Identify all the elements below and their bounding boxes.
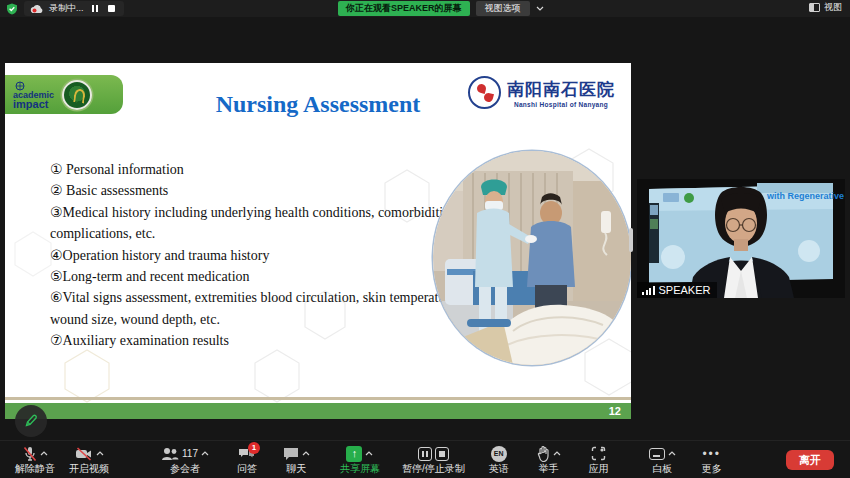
chevron-up-icon[interactable]: [302, 451, 310, 456]
language-interpretation-button[interactable]: EN 英语: [482, 441, 516, 478]
share-screen-icon: ↑: [346, 446, 362, 462]
language-label: 英语: [489, 464, 509, 474]
pencil-icon: [23, 413, 39, 429]
page-number: 12: [609, 405, 621, 417]
apps-icon: [591, 446, 606, 461]
chevron-down-icon[interactable]: [536, 6, 544, 11]
stop-recording-button[interactable]: [106, 3, 118, 15]
participants-label: 参会者: [170, 464, 200, 474]
start-video-label: 开启视频: [69, 464, 109, 474]
meeting-window: 录制中... 你正在观看SPEAKER的屏幕 视图选项 视图: [0, 0, 850, 478]
hospital-emblem-icon: [468, 76, 501, 109]
speaker-name-badge: SPEAKER: [637, 282, 717, 298]
whiteboard-icon: [649, 448, 665, 460]
chevron-up-icon[interactable]: [553, 451, 561, 456]
start-video-button[interactable]: 开启视频: [62, 441, 116, 478]
share-screen-button[interactable]: ↑ 共享屏幕: [333, 441, 387, 478]
view-options-button[interactable]: 视图选项: [476, 1, 530, 16]
cloud-recording-icon: [30, 4, 44, 14]
view-label: 视图: [824, 1, 842, 14]
qa-label: 问答: [237, 464, 257, 474]
chevron-up-icon[interactable]: [668, 451, 676, 456]
slide-footer-bar: 12: [5, 403, 631, 419]
screen-caption-text: with Regenerative: [766, 191, 844, 201]
chat-button[interactable]: 聊天: [276, 441, 317, 478]
camera-off-icon: [75, 447, 93, 461]
slide-body-line: ① Personal information: [50, 159, 450, 180]
more-label: 更多: [702, 464, 722, 474]
whiteboard-button[interactable]: 白板: [642, 441, 683, 478]
raise-hand-label: 举手: [539, 464, 559, 474]
speaker-name: SPEAKER: [659, 284, 711, 296]
microphone-muted-icon: [23, 446, 37, 462]
hospital-name-cn: 南阳南石医院: [507, 78, 615, 101]
slide-body-line: ⑦Auxiliary examination results: [50, 330, 450, 351]
stop-recording-icon[interactable]: [435, 447, 449, 461]
participants-button[interactable]: 117 参会者: [154, 441, 216, 478]
record-label: 暂停/停止录制: [402, 464, 465, 474]
recording-controls: 录制中...: [6, 0, 124, 17]
meeting-toolbar: 解除静音 开启视频 117: [0, 440, 850, 478]
more-button[interactable]: ••• 更多: [695, 441, 729, 478]
more-dots-icon: •••: [702, 449, 721, 459]
raise-hand-button[interactable]: 举手: [530, 441, 568, 478]
speaker-video-tile[interactable]: with Regenerative: [637, 179, 845, 298]
qa-badge: 1: [248, 442, 260, 454]
screen-watch-banner-group: 你正在观看SPEAKER的屏幕 视图选项: [338, 1, 544, 16]
slide-body-list: ① Personal information ② Basic assessmen…: [50, 159, 450, 352]
slide-body-line: ③Medical history including underlying he…: [50, 202, 450, 223]
slide-body-line: complications, etc.: [50, 223, 450, 244]
shared-screen-area: academic impact Nursing Assessment 南阳南石医…: [0, 17, 850, 440]
participant-count: 117: [182, 448, 198, 459]
unmute-button[interactable]: 解除静音: [8, 441, 62, 478]
watching-speaker-banner: 你正在观看SPEAKER的屏幕: [338, 1, 470, 16]
chevron-up-icon[interactable]: [201, 451, 209, 456]
shared-slide: academic impact Nursing Assessment 南阳南石医…: [5, 63, 631, 419]
view-button[interactable]: 视图: [809, 1, 842, 14]
leave-meeting-button[interactable]: 离开: [786, 450, 834, 470]
share-screen-label: 共享屏幕: [340, 464, 380, 474]
view-layout-icon: [809, 3, 820, 12]
hospital-logo: 南阳南石医院 Nanshi Hospital of Nanyang: [468, 76, 615, 109]
annotate-button[interactable]: [15, 405, 47, 437]
slide-body-line: wound size, wound depth, etc.: [50, 309, 450, 330]
qa-button[interactable]: 1 问答: [230, 441, 264, 478]
nurse-patient-photo: [433, 151, 631, 365]
speaker-webcam-view: with Regenerative: [637, 179, 845, 298]
panel-resize-handle[interactable]: [629, 228, 633, 252]
top-bar: 录制中... 你正在观看SPEAKER的屏幕 视图选项 视图: [0, 0, 850, 17]
recording-indicator: 录制中...: [24, 1, 124, 16]
slide-accent-line: [5, 397, 631, 400]
apps-label: 应用: [589, 464, 609, 474]
chevron-up-icon[interactable]: [365, 451, 373, 456]
signal-bars-icon: [642, 286, 655, 295]
participants-icon: [161, 447, 179, 461]
pause-recording-button[interactable]: [89, 3, 101, 15]
chat-bubble-icon: [283, 447, 299, 461]
un-emblem-icon: [15, 81, 25, 91]
security-shield-icon[interactable]: [6, 3, 18, 15]
slide-body-line: ⑤Long-term and recent medication: [50, 266, 450, 287]
raise-hand-icon: [537, 446, 550, 462]
apps-button[interactable]: 应用: [582, 441, 616, 478]
pause-recording-icon[interactable]: [418, 447, 432, 461]
chevron-up-icon[interactable]: [96, 451, 104, 456]
unmute-label: 解除静音: [15, 464, 55, 474]
hospital-ward-illustration: [433, 151, 631, 365]
slide-body-line: ② Basic assessments: [50, 180, 450, 201]
whiteboard-label: 白板: [652, 464, 672, 474]
recording-label: 录制中...: [49, 2, 84, 15]
slide-body-line: ④Operation history and trauma history: [50, 245, 450, 266]
hospital-name-en: Nanshi Hospital of Nanyang: [514, 101, 608, 108]
chevron-up-icon[interactable]: [40, 451, 48, 456]
pause-stop-recording-button[interactable]: 暂停/停止录制: [395, 441, 472, 478]
chat-label: 聊天: [286, 464, 306, 474]
language-en-icon: EN: [491, 446, 507, 462]
slide-body-line: ⑥Vital signs assessment, extremities blo…: [50, 287, 450, 308]
